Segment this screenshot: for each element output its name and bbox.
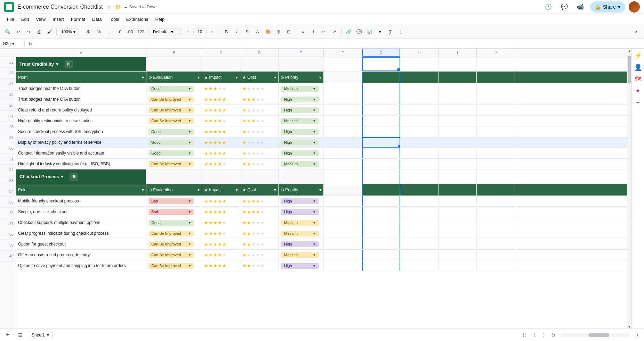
row30-priority[interactable]: High ▾ bbox=[279, 148, 324, 158]
row24-priority[interactable]: Medium ▾ bbox=[279, 83, 324, 94]
share-button[interactable]: 🔒 Share ▾ bbox=[590, 1, 625, 13]
wrap-btn[interactable]: ↵ bbox=[319, 27, 329, 37]
font-selector[interactable]: Default... ▾ bbox=[151, 28, 178, 35]
trust-col-priority[interactable]: ⊙ Priority ▾ bbox=[279, 72, 324, 83]
add-sheet-button[interactable]: + bbox=[3, 330, 13, 340]
undo-btn[interactable]: ↩ bbox=[13, 27, 23, 37]
row29-g-selected[interactable] bbox=[362, 137, 400, 148]
search-toolbar-btn[interactable]: 🔍 bbox=[3, 27, 13, 37]
col-header-h[interactable]: H bbox=[400, 49, 438, 57]
insert-link-btn[interactable]: 🔗 bbox=[344, 27, 354, 37]
col-header-c[interactable]: C bbox=[202, 49, 240, 57]
align-vertical-btn[interactable]: ⊥ bbox=[309, 27, 319, 37]
menu-edit[interactable]: Edit bbox=[18, 15, 32, 23]
row29-eval[interactable]: Good ▾ bbox=[146, 137, 202, 148]
menu-tools[interactable]: Tools bbox=[106, 15, 122, 23]
italic-btn[interactable]: I bbox=[232, 27, 242, 37]
row26-priority[interactable]: High ▾ bbox=[279, 105, 324, 115]
folder-icon[interactable]: 📁 bbox=[114, 3, 121, 10]
checkout-col-cost[interactable]: ★ Cost ▾ bbox=[240, 184, 279, 196]
selected-cell-g29[interactable] bbox=[362, 57, 400, 71]
more-btn[interactable]: ⋮ bbox=[396, 27, 406, 37]
col-header-g[interactable]: G bbox=[362, 49, 400, 57]
checkout-col-eval[interactable]: ⊙ Evaluation ▾ bbox=[146, 184, 202, 196]
expand-right-icon[interactable]: ⟩ bbox=[633, 331, 641, 339]
collapse-btn[interactable]: ∧ bbox=[631, 27, 641, 37]
trust-col-impact[interactable]: ★ Impact ▾ bbox=[202, 72, 240, 83]
menu-extensions[interactable]: Extensions bbox=[123, 15, 151, 23]
zoom-selector[interactable]: 100% ▾ bbox=[59, 28, 79, 35]
bold-btn[interactable]: B bbox=[222, 27, 231, 37]
increase-decimal-btn[interactable]: .00 bbox=[125, 27, 135, 37]
checkout-col-priority[interactable]: ⊙ Priority ▾ bbox=[279, 184, 324, 196]
trust-col-cost[interactable]: ★ Cost ▾ bbox=[240, 72, 279, 83]
add-icon[interactable]: + bbox=[634, 99, 642, 107]
row25-eval[interactable]: Can Be Improved ▾ bbox=[146, 94, 202, 105]
row27-eval[interactable]: Can Be Improved ▾ bbox=[146, 116, 202, 126]
increase-font-btn[interactable]: + bbox=[207, 27, 217, 37]
col-header-j[interactable]: J bbox=[477, 49, 515, 57]
row24-eval[interactable]: Good ▾ bbox=[146, 83, 202, 94]
text-color-btn[interactable]: A bbox=[253, 27, 263, 37]
col-header-i[interactable]: I bbox=[438, 49, 477, 57]
meet-icon[interactable]: 📹 bbox=[574, 1, 587, 13]
sheet-tab-1[interactable]: Sheet1 ▾ bbox=[28, 331, 53, 339]
people-icon[interactable]: 👤 bbox=[634, 63, 642, 72]
checkout-section-tag[interactable]: Checkout Process ▾ bbox=[16, 172, 67, 181]
filter-btn[interactable]: ▼ bbox=[375, 27, 385, 37]
row37-priority[interactable]: Medium ▾ bbox=[279, 228, 324, 239]
comment-icon[interactable]: 💬 bbox=[558, 1, 571, 13]
row29-priority[interactable]: High ▾ bbox=[279, 137, 324, 148]
col-header-e[interactable]: E bbox=[279, 49, 324, 57]
row26-eval[interactable]: Can Be Improved ▾ bbox=[146, 105, 202, 115]
nav-left-icon[interactable]: ⟨ bbox=[530, 331, 538, 339]
percent-btn[interactable]: % bbox=[94, 27, 104, 37]
user-avatar[interactable] bbox=[629, 1, 640, 13]
paint-format-btn[interactable]: 🖌 bbox=[45, 27, 54, 37]
row31-eval[interactable]: Can Be Improved ▾ bbox=[146, 159, 202, 169]
row38-priority[interactable]: High ▾ bbox=[279, 239, 324, 249]
col-header-a[interactable]: A bbox=[16, 49, 146, 57]
decrease-decimal-btn[interactable]: .0 bbox=[115, 27, 124, 37]
fill-color-btn[interactable]: 🎨 bbox=[263, 27, 273, 37]
row34-priority[interactable]: High ▾ bbox=[279, 196, 324, 206]
trust-section-tag[interactable]: Trust Credibility ▾ bbox=[16, 59, 62, 69]
comment-toolbar-btn[interactable]: 💬 bbox=[354, 27, 364, 37]
menu-format[interactable]: Format bbox=[68, 15, 88, 23]
row34-eval[interactable]: Bad ▾ bbox=[146, 196, 202, 206]
row40-eval[interactable]: Can Be Improved ▾ bbox=[146, 260, 202, 271]
menu-data[interactable]: Data bbox=[89, 15, 104, 23]
row35-eval[interactable]: Bad ▾ bbox=[146, 207, 202, 217]
explore-icon[interactable]: ⚡ bbox=[634, 51, 642, 60]
print-btn[interactable]: 🖨 bbox=[34, 27, 44, 37]
row39-eval[interactable]: Can Be Improved ▾ bbox=[146, 250, 202, 260]
trust-section-cell[interactable]: Trust Credibility ▾ ⊞ bbox=[16, 57, 146, 71]
row38-eval[interactable]: Can Be Improved ▾ bbox=[146, 239, 202, 249]
row40-priority[interactable]: High ▾ bbox=[279, 260, 324, 271]
function-btn[interactable]: ∑ bbox=[386, 27, 395, 37]
vertical-scrollbar[interactable]: ▲ ▼ bbox=[627, 49, 631, 328]
chart-btn[interactable]: 📊 bbox=[365, 27, 375, 37]
row36-priority[interactable]: Medium ▾ bbox=[279, 217, 324, 228]
nav-right-right-icon[interactable]: ⟩⟩ bbox=[549, 331, 558, 339]
redo-btn[interactable]: ↪ bbox=[24, 27, 33, 37]
col-header-f[interactable]: F bbox=[324, 49, 362, 57]
row30-eval[interactable]: Good ▾ bbox=[146, 148, 202, 158]
col-header-b[interactable]: B bbox=[146, 49, 202, 57]
menu-file[interactable]: File bbox=[4, 15, 17, 23]
strikethrough-btn[interactable]: S bbox=[242, 27, 252, 37]
h-scrollbar-thumb[interactable] bbox=[588, 333, 609, 337]
trust-col-point[interactable]: Point ▾ bbox=[16, 72, 146, 83]
history-icon[interactable]: 🕐 bbox=[542, 1, 555, 13]
row31-priority[interactable]: Medium ▾ bbox=[279, 159, 324, 169]
row25-priority[interactable]: High ▾ bbox=[279, 94, 324, 105]
align-left-btn[interactable]: ≡ bbox=[298, 27, 308, 37]
menu-insert[interactable]: Insert bbox=[50, 15, 67, 23]
row28-priority[interactable]: High ▾ bbox=[279, 126, 324, 137]
sparkle-icon[interactable]: ✦ bbox=[634, 87, 642, 95]
row28-eval[interactable]: Good ▾ bbox=[146, 126, 202, 137]
maps-icon[interactable]: 🗺 bbox=[634, 75, 642, 83]
checkout-col-impact[interactable]: ★ Impact ▾ bbox=[202, 184, 240, 196]
currency-btn[interactable]: $ bbox=[83, 27, 93, 37]
nav-left-left-icon[interactable]: ⟨⟨ bbox=[520, 331, 529, 339]
